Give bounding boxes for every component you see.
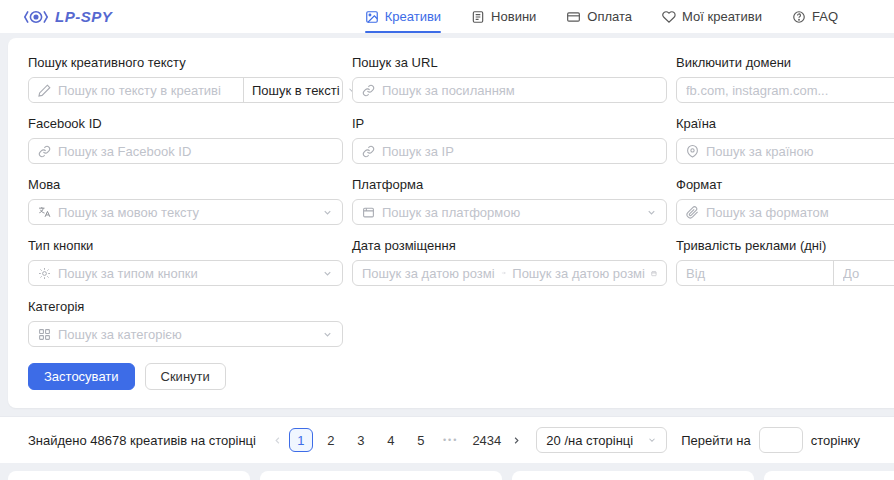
button-type-field[interactable] [58, 266, 315, 281]
news-icon [471, 10, 485, 24]
country-input[interactable] [676, 138, 894, 164]
date-from-field[interactable] [362, 266, 495, 281]
field-label: Тип кнопки [28, 238, 343, 253]
translate-icon [38, 206, 51, 219]
creative-card[interactable]: lippi_lion_budapest 2025-11-20 21:02:03 … [512, 471, 754, 480]
platform-select[interactable] [352, 199, 667, 225]
page-button-3[interactable]: 3 [349, 428, 373, 452]
duration-from-field[interactable] [686, 266, 824, 281]
language-field[interactable] [58, 205, 315, 220]
category-select[interactable] [28, 321, 343, 347]
url-field[interactable] [382, 83, 657, 98]
nav-label: FAQ [812, 9, 838, 24]
page-button-4[interactable]: 4 [379, 428, 403, 452]
format-field[interactable] [706, 205, 894, 220]
nav-item-my-creatives[interactable]: Мої креативи [662, 0, 762, 33]
results-summary: Знайдено 48678 креативів на сторінці [28, 433, 256, 448]
link-icon [362, 84, 375, 97]
field-label: Дата розміщення [352, 238, 667, 253]
platform-field[interactable] [382, 205, 639, 220]
paperclip-icon [686, 206, 699, 219]
field-category: Категорія [28, 299, 343, 347]
brand-logo[interactable]: LP-SPY [24, 8, 112, 25]
creative-text-mode-select[interactable]: Пошук в тексті [243, 78, 365, 102]
filters-panel: Пошук креативного тексту Пошук в тексті … [8, 38, 894, 408]
pagination-bar: Знайдено 48678 креативів на сторінці 1 2… [0, 416, 894, 463]
main-nav: Креативи Новини Оплата Мої креативи FAQ [365, 0, 838, 33]
creative-text-input[interactable] [29, 78, 243, 102]
filters-section: Пошук креативного тексту Пошук в тексті … [0, 33, 894, 416]
field-label: IP [352, 116, 667, 131]
field-country: Країна [676, 116, 894, 164]
duration-to[interactable] [833, 261, 894, 285]
facebook-id-input[interactable] [28, 138, 343, 164]
duration-range [676, 260, 894, 286]
creative-card[interactable]: LIGHT.BABY STORE light.baby.store 2025-1… [260, 471, 502, 480]
page-button-last[interactable]: 2434 [468, 428, 505, 452]
creative-text-field[interactable] [58, 83, 234, 98]
map-pin-icon [686, 145, 699, 158]
url-input[interactable] [352, 77, 667, 103]
goto-page: Перейти на сторінку [681, 427, 860, 453]
duration-from[interactable] [677, 261, 833, 285]
calendar-icon [651, 267, 657, 280]
field-ip: IP [352, 116, 667, 164]
field-label: Країна [676, 116, 894, 131]
arrow-right-icon [501, 267, 506, 279]
nav-item-creatives[interactable]: Креативи [365, 0, 441, 33]
duration-to-field[interactable] [843, 266, 894, 281]
field-platform: Платформа [352, 177, 667, 225]
goto-prefix: Перейти на [681, 433, 751, 448]
nav-item-payment[interactable]: Оплата [566, 0, 632, 33]
placement-date-range[interactable] [352, 260, 667, 286]
field-facebook-id: Facebook ID [28, 116, 343, 164]
prev-page-icon[interactable] [272, 435, 283, 446]
category-field[interactable] [58, 327, 315, 342]
creative-card[interactable]: ⚜ LA FEMME La Femme Ternopil 2025-11-20 … [8, 471, 250, 480]
page-size-value: 20 /на сторінці [546, 433, 633, 448]
mode-value: Пошук в тексті [252, 83, 340, 98]
exclude-domains-input[interactable] [676, 77, 894, 103]
ip-input[interactable] [352, 138, 667, 164]
page-ellipsis[interactable]: ••• [439, 435, 462, 445]
page-size-select[interactable]: 20 /на сторінці [536, 427, 667, 453]
page-button-1[interactable]: 1 [289, 428, 313, 452]
creative-card[interactable]: Maestro - кухні, меблі на замовлення в У… [764, 471, 894, 480]
language-select[interactable] [28, 199, 343, 225]
nav-label: Оплата [587, 9, 632, 24]
field-label: Виключити домени [676, 55, 894, 70]
next-page-icon[interactable] [511, 435, 522, 446]
field-creative-text: Пошук креативного тексту Пошук в тексті [28, 55, 343, 103]
page-button-5[interactable]: 5 [409, 428, 433, 452]
goto-page-input[interactable] [759, 427, 803, 453]
field-label: Платформа [352, 177, 667, 192]
page-button-2[interactable]: 2 [319, 428, 343, 452]
reset-button[interactable]: Скинути [145, 363, 226, 390]
field-duration: Тривалість реклами (дні) [676, 238, 894, 286]
format-input[interactable] [676, 199, 894, 225]
link-icon [362, 145, 375, 158]
help-circle-icon [792, 10, 806, 24]
button-type-select[interactable] [28, 260, 343, 286]
field-placement-date: Дата розміщення [352, 238, 667, 286]
creatives-list: ⚜ LA FEMME La Femme Ternopil 2025-11-20 … [0, 463, 894, 480]
exclude-domains-field[interactable] [686, 83, 894, 98]
facebook-id-field[interactable] [58, 144, 333, 159]
ip-field[interactable] [382, 144, 657, 159]
gear-icon [38, 267, 51, 280]
goto-suffix: сторінку [811, 433, 860, 448]
field-label: Пошук креативного тексту [28, 55, 343, 70]
nav-label: Мої креативи [682, 9, 762, 24]
chevron-down-icon [322, 268, 333, 279]
country-field[interactable] [706, 144, 894, 159]
date-to-field[interactable] [512, 266, 645, 281]
field-label: Тривалість реклами (дні) [676, 238, 894, 253]
nav-item-faq[interactable]: FAQ [792, 0, 838, 33]
apply-button[interactable]: Застосувати [28, 363, 135, 390]
nav-label: Новини [491, 9, 536, 24]
chevron-down-icon [646, 207, 657, 218]
field-label: Категорія [28, 299, 343, 314]
nav-item-news[interactable]: Новини [471, 0, 536, 33]
eye-logo-icon [24, 9, 48, 25]
heart-icon [662, 10, 676, 24]
